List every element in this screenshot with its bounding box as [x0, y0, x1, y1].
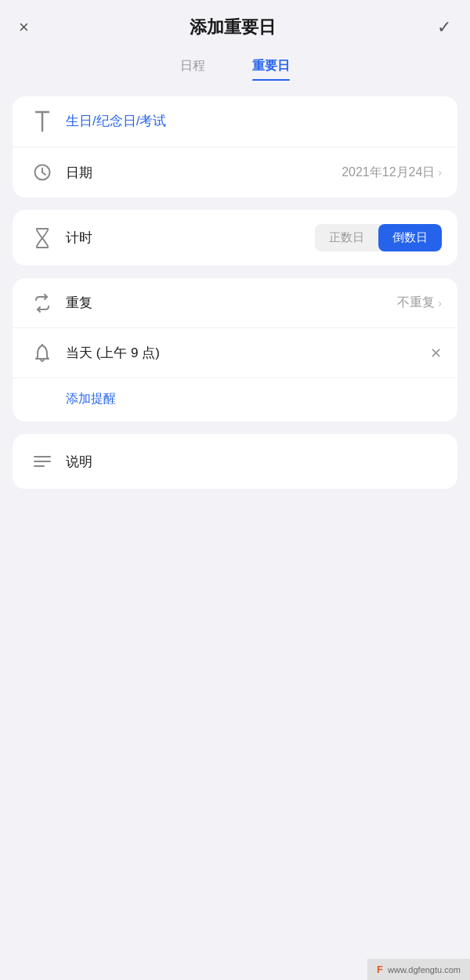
title-input[interactable]: [66, 114, 442, 129]
reminder-time-label: 当天 (上午 9 点): [66, 344, 430, 362]
add-reminder-button[interactable]: 添加提醒: [66, 392, 116, 405]
date-row[interactable]: 日期 2021年12月24日 ›: [13, 147, 457, 197]
repeat-icon: [28, 294, 56, 313]
app-header: × 添加重要日 ✓: [0, 0, 470, 52]
description-icon: [28, 454, 56, 469]
watermark-text: www.dgfengtu.com: [388, 965, 461, 975]
tab-bar: 日程 重要日: [0, 52, 470, 81]
repeat-label: 重复: [66, 294, 397, 312]
reminder-row: 当天 (上午 9 点) ✕: [13, 328, 457, 378]
page-title: 添加重要日: [190, 16, 276, 39]
countdown-day-button[interactable]: 倒数日: [378, 224, 442, 251]
remove-reminder-button[interactable]: ✕: [430, 345, 442, 362]
date-chevron-icon: ›: [438, 166, 442, 179]
timer-toggle: 正数日 倒数日: [315, 224, 442, 251]
repeat-value: 不重复 ›: [397, 295, 442, 311]
timer-icon: [28, 227, 56, 249]
close-button[interactable]: ×: [19, 17, 29, 38]
description-label: 说明: [66, 453, 442, 471]
add-reminder-row: 添加提醒: [13, 378, 457, 421]
date-value: 2021年12月24日 ›: [342, 165, 442, 181]
title-icon: [28, 110, 56, 132]
watermark: F www.dgfengtu.com: [367, 959, 470, 980]
tab-important[interactable]: 重要日: [252, 58, 290, 81]
reminder-card: 重复 不重复 › 当天 (上午 9 点) ✕ 添加提醒: [13, 278, 457, 421]
tab-schedule[interactable]: 日程: [180, 58, 205, 81]
title-date-card: 日期 2021年12月24日 ›: [13, 96, 457, 197]
bell-icon: [28, 344, 56, 363]
description-card: 说明: [13, 434, 457, 489]
repeat-chevron-icon: ›: [438, 297, 442, 309]
date-label: 日期: [66, 164, 342, 182]
watermark-logo: F: [377, 964, 383, 975]
timer-label: 计时: [66, 229, 315, 247]
positive-day-button[interactable]: 正数日: [315, 224, 378, 251]
timer-card: 计时 正数日 倒数日: [13, 210, 457, 266]
description-row[interactable]: 说明: [13, 434, 457, 489]
confirm-button[interactable]: ✓: [437, 17, 451, 38]
title-row: [13, 96, 457, 147]
timer-row: 计时 正数日 倒数日: [13, 210, 457, 266]
svg-line-4: [42, 172, 45, 175]
clock-icon: [28, 163, 56, 182]
repeat-row[interactable]: 重复 不重复 ›: [13, 278, 457, 328]
